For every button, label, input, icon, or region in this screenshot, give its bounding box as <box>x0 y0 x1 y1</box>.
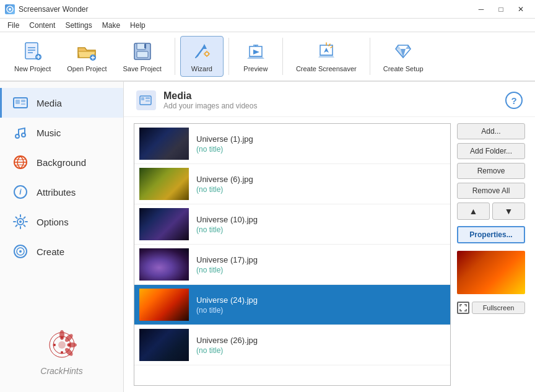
svg-point-19 <box>205 52 209 56</box>
content-body: Universe (1).jpg (no title) Universe (6)… <box>124 117 535 392</box>
preview-button[interactable]: Preview <box>234 36 277 77</box>
add-folder-button[interactable]: Add Folder... <box>457 143 525 159</box>
sidebar-music-label: Music <box>37 128 61 138</box>
fullscreen-button[interactable]: Fullscreen <box>472 302 525 314</box>
list-item[interactable]: Universe (24).jpg (no title) <box>134 285 450 325</box>
sidebar-item-options[interactable]: Options <box>0 207 123 237</box>
sidebar-attributes-label: Attributes <box>37 187 76 198</box>
media-item-info: Universe (26).jpg (no title) <box>196 336 445 355</box>
new-project-icon <box>22 40 44 63</box>
svg-point-49 <box>61 351 63 354</box>
content-header-text: Media Add your images and videos <box>163 90 257 110</box>
sidebar-item-attributes[interactable]: i Attributes <box>0 177 123 207</box>
move-up-button[interactable]: ▲ <box>457 203 490 220</box>
media-thumbnail <box>139 168 189 200</box>
move-down-button[interactable]: ▼ <box>492 203 525 220</box>
sidebar-item-background[interactable]: Background <box>0 147 123 177</box>
sidebar-media-label: Media <box>37 98 62 108</box>
toolbar-separator-3 <box>282 38 283 75</box>
sidebar-item-music[interactable]: Music <box>0 118 123 147</box>
content-title: Media <box>163 90 257 102</box>
sidebar: Media Music <box>0 82 124 392</box>
list-item[interactable]: Universe (1).jpg (no title) <box>134 124 450 164</box>
list-item[interactable]: Universe (26).jpg (no title) <box>134 325 450 365</box>
list-item[interactable]: Universe (6).jpg (no title) <box>134 164 450 204</box>
svg-rect-15 <box>144 44 146 48</box>
media-item-name: Universe (24).jpg <box>196 295 445 305</box>
media-list[interactable]: Universe (1).jpg (no title) Universe (6)… <box>134 124 450 385</box>
maximize-button[interactable]: □ <box>492 0 510 19</box>
save-project-icon <box>131 40 154 63</box>
sidebar-background-label: Background <box>37 157 86 168</box>
media-item-info: Universe (6).jpg (no title) <box>196 175 445 194</box>
media-thumbnail <box>139 329 189 361</box>
svg-point-46 <box>63 347 74 357</box>
menu-settings[interactable]: Settings <box>60 20 97 31</box>
wizard-label: Wizard <box>191 65 212 72</box>
menu-file[interactable]: File <box>2 20 24 31</box>
media-item-title: (no title) <box>196 225 445 234</box>
svg-rect-53 <box>146 97 150 99</box>
help-button[interactable]: ? <box>505 92 523 109</box>
open-project-button[interactable]: Open Project <box>59 36 115 77</box>
properties-button[interactable]: Properties... <box>457 226 525 243</box>
media-item-title: (no title) <box>196 145 445 154</box>
save-project-label: Save Project <box>123 65 162 72</box>
new-project-button[interactable]: New Project <box>6 36 59 77</box>
media-item-name: Universe (1).jpg <box>196 134 445 144</box>
svg-rect-28 <box>21 100 25 102</box>
media-item-title: (no title) <box>196 185 445 194</box>
svg-point-1 <box>9 8 11 11</box>
save-project-button[interactable]: Save Project <box>115 36 170 77</box>
create-setup-button[interactable]: Create Setup <box>375 36 432 77</box>
wizard-button[interactable]: Wizard <box>180 36 224 77</box>
title-bar: Screensaver Wonder ─ □ ✕ <box>0 0 535 19</box>
sidebar-item-create[interactable]: Create <box>0 237 123 266</box>
media-item-info: Universe (24).jpg (no title) <box>196 295 445 315</box>
create-screensaver-button[interactable]: Create Screensaver <box>288 36 365 77</box>
media-item-name: Universe (6).jpg <box>196 175 445 184</box>
media-item-name: Universe (26).jpg <box>196 336 445 345</box>
attributes-icon: i <box>12 183 29 201</box>
preview-thumbnail <box>457 251 525 294</box>
svg-rect-14 <box>137 51 148 58</box>
crackhints-text: CrackHints <box>40 366 82 376</box>
list-item[interactable]: Universe (17).jpg (no title) <box>134 245 450 285</box>
music-icon <box>12 124 29 141</box>
menu-help[interactable]: Help <box>125 20 150 31</box>
fullscreen-row: Fullscreen <box>457 302 525 314</box>
remove-all-button[interactable]: Remove All <box>457 183 525 199</box>
media-thumbnail <box>139 289 189 321</box>
create-setup-icon <box>392 40 414 63</box>
background-icon <box>12 154 29 171</box>
minimize-button[interactable]: ─ <box>472 0 490 19</box>
menu-content[interactable]: Content <box>24 20 60 31</box>
svg-point-47 <box>61 336 63 339</box>
toolbar-separator-2 <box>228 38 229 75</box>
media-thumbnail <box>139 248 189 281</box>
menu-bar: File Content Settings Make Help <box>0 19 535 32</box>
preview-label: Preview <box>243 65 268 72</box>
list-item[interactable]: Universe (10).jpg (no title) <box>134 204 450 245</box>
remove-button[interactable]: Remove <box>457 163 525 179</box>
create-setup-label: Create Setup <box>383 65 424 72</box>
media-thumbnail <box>139 128 189 160</box>
svg-rect-27 <box>15 100 20 104</box>
sidebar-item-media[interactable]: Media <box>0 88 123 118</box>
nav-buttons: ▲ ▼ <box>457 203 525 220</box>
media-icon <box>12 94 29 111</box>
add-button[interactable]: Add... <box>457 123 525 139</box>
menu-make[interactable]: Make <box>97 20 125 31</box>
open-project-label: Open Project <box>67 65 107 72</box>
sidebar-bottom: CrackHints <box>0 316 123 386</box>
new-project-label: New Project <box>14 65 51 72</box>
toolbar-separator-4 <box>370 38 370 75</box>
app-icon <box>5 4 15 14</box>
title-bar-left: Screensaver Wonder <box>5 4 89 14</box>
svg-text:i: i <box>19 188 22 196</box>
close-button[interactable]: ✕ <box>511 0 530 19</box>
media-item-title: (no title) <box>196 306 445 315</box>
svg-point-44 <box>63 333 74 343</box>
svg-rect-52 <box>141 97 144 100</box>
content-area: Media Add your images and videos ? Unive… <box>124 82 535 392</box>
